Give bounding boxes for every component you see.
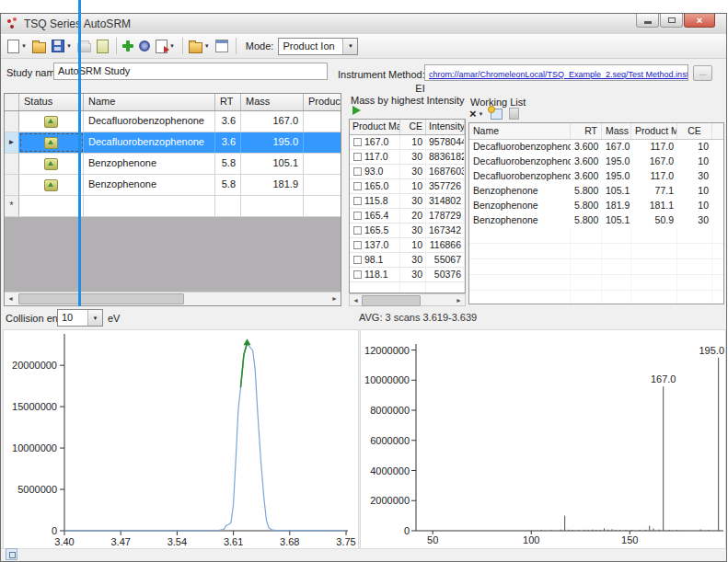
mass-row[interactable]: 117.0308836182	[350, 150, 465, 165]
mass-row[interactable]: 137.010116866	[350, 238, 465, 253]
column-header[interactable]: Status	[19, 94, 84, 110]
notes-button[interactable]	[95, 37, 110, 55]
study-name-input[interactable]: AutoSRM Study	[53, 63, 328, 80]
column-header[interactable]: CE	[400, 120, 426, 134]
collision-energy-select[interactable]: 10 ▼	[57, 309, 103, 327]
app-icon	[6, 17, 19, 30]
mass-row[interactable]: 93.0301687603	[350, 165, 465, 179]
mode-select[interactable]: Product Ion ▼	[278, 38, 358, 55]
mass-cell: 30	[400, 268, 426, 281]
folder-menu-button[interactable]: ▼	[187, 37, 212, 55]
mass-row[interactable]: 165.010357726	[350, 179, 465, 194]
new-row[interactable]: *	[5, 196, 341, 217]
mass-row-checkbox[interactable]	[353, 241, 362, 249]
maximize-button[interactable]	[660, 14, 683, 28]
svg-text:4000000: 4000000	[370, 465, 410, 476]
scroll-left-icon[interactable]: ◄	[5, 292, 17, 304]
mass-cell: 30	[400, 150, 426, 164]
scroll-left-icon[interactable]: ◄	[350, 294, 362, 306]
mass-row[interactable]: 165.530167342	[350, 224, 465, 238]
mass-row-checkbox[interactable]	[353, 256, 362, 264]
study-row[interactable]: ►Decafluorobenzophenone3.6195.0	[5, 132, 341, 154]
status-icon	[44, 179, 58, 191]
mass-row-checkbox[interactable]	[353, 212, 362, 220]
column-header[interactable]: Mass	[241, 94, 304, 110]
working-list-row[interactable]: Decafluorobenzophenone3.600195.0167.010	[469, 155, 723, 169]
mass-cell: 30	[400, 165, 426, 178]
mass-row-checkbox[interactable]	[353, 270, 362, 279]
working-list-body: Decafluorobenzophenone3.600167.0117.010D…	[469, 140, 723, 304]
scrollbar-thumb[interactable]	[18, 293, 184, 304]
mass-row[interactable]: 118.13050376	[350, 268, 465, 282]
working-list-cell: 5.800	[571, 184, 602, 199]
instrument-method-link[interactable]: chrom://amar/ChromeleonLocal/TSQ_Example…	[429, 70, 688, 79]
study-row[interactable]: Decafluorobenzophenone3.6167.0	[5, 111, 341, 132]
row-selector[interactable]	[5, 175, 19, 195]
browse-button[interactable]: ...	[693, 65, 712, 81]
working-list-cell: 30	[677, 169, 712, 184]
study-cell	[304, 132, 341, 153]
column-header[interactable]: Product M...	[631, 123, 677, 139]
svg-text:5000000: 5000000	[17, 484, 57, 495]
open-button[interactable]	[30, 37, 48, 55]
study-cell: Benzophenone	[84, 154, 215, 174]
column-header[interactable]: Name	[84, 94, 215, 110]
mass-row[interactable]: 115.830314802	[350, 194, 465, 209]
column-header[interactable]: RT	[215, 94, 241, 110]
mass-row[interactable]: 165.420178729	[350, 209, 465, 224]
mass-row[interactable]: 167.0109578044	[350, 135, 465, 150]
new-document-button[interactable]: ▼	[6, 37, 29, 55]
add-button[interactable]	[121, 37, 135, 55]
column-header[interactable]: Intensity	[426, 120, 465, 134]
column-header[interactable]: Product Mas	[304, 94, 341, 110]
column-header[interactable]: Name	[469, 123, 571, 139]
delete-button[interactable]: ×▼	[469, 108, 484, 120]
row-selector[interactable]	[5, 111, 19, 132]
study-row[interactable]: Benzophenone5.8105.1	[5, 154, 341, 175]
trash-icon[interactable]	[509, 108, 519, 120]
column-header[interactable]: RT	[571, 123, 602, 139]
study-row[interactable]: Benzophenone5.8181.9	[5, 175, 341, 196]
working-list-row[interactable]: Benzophenone5.800181.9181.110	[469, 199, 723, 213]
working-list-cell: 195.0	[602, 155, 631, 169]
new-item-button[interactable]	[491, 109, 503, 120]
scrollbar-thumb[interactable]	[362, 295, 421, 306]
titlebar[interactable]: TSQ Series AutoSRM ×	[1, 14, 726, 35]
product-mass-cell: 115.8	[350, 194, 400, 208]
play-icon[interactable]	[352, 106, 361, 115]
properties-button[interactable]	[214, 37, 230, 55]
expand-button[interactable]	[6, 548, 17, 560]
working-list-toolbar: ×▼	[469, 107, 519, 120]
working-list-row[interactable]: Benzophenone5.800105.150.930	[469, 213, 723, 228]
svg-text:3.68: 3.68	[280, 536, 299, 547]
scroll-right-icon[interactable]: ►	[453, 294, 465, 306]
mass-row-checkbox[interactable]	[353, 182, 362, 190]
column-header[interactable]: Product Mass	[350, 120, 400, 134]
column-header[interactable]: CE	[677, 123, 712, 139]
product-mass-cell: 165.0	[350, 179, 400, 193]
mass-row-checkbox[interactable]	[353, 153, 362, 161]
mass-row-checkbox[interactable]	[353, 197, 362, 205]
svg-text:3.47: 3.47	[110, 536, 130, 547]
instrument-method-field: chrom://amar/ChromeleonLocal/TSQ_Example…	[424, 64, 688, 81]
settings-button[interactable]	[137, 37, 152, 55]
minimize-button[interactable]	[636, 14, 659, 28]
column-header[interactable]: Mass	[602, 123, 631, 139]
mass-row-checkbox[interactable]	[353, 167, 362, 176]
mass-row-checkbox[interactable]	[353, 226, 362, 235]
scroll-right-icon[interactable]: ►	[329, 292, 341, 304]
chevron-down-icon: ▼	[21, 43, 27, 49]
row-selector[interactable]: ►	[5, 132, 19, 153]
mass-row-checkbox[interactable]	[353, 138, 362, 146]
mass-table-hscrollbar[interactable]: ◄ ►	[349, 293, 466, 306]
study-grid-hscrollbar[interactable]: ◄ ►	[5, 292, 341, 305]
row-selector[interactable]	[5, 154, 19, 174]
working-list-row[interactable]: Benzophenone5.800105.177.110	[469, 184, 723, 199]
export-button[interactable]: ▼	[154, 37, 177, 55]
working-list-row[interactable]: Decafluorobenzophenone3.600195.0117.030	[469, 169, 723, 184]
row-selector[interactable]: *	[5, 196, 19, 216]
working-list-row[interactable]: Decafluorobenzophenone3.600167.0117.010	[469, 140, 723, 155]
mass-row[interactable]: 98.13055067	[350, 253, 465, 268]
close-button[interactable]: ×	[684, 14, 715, 28]
save-button[interactable]: ▼	[50, 37, 74, 55]
